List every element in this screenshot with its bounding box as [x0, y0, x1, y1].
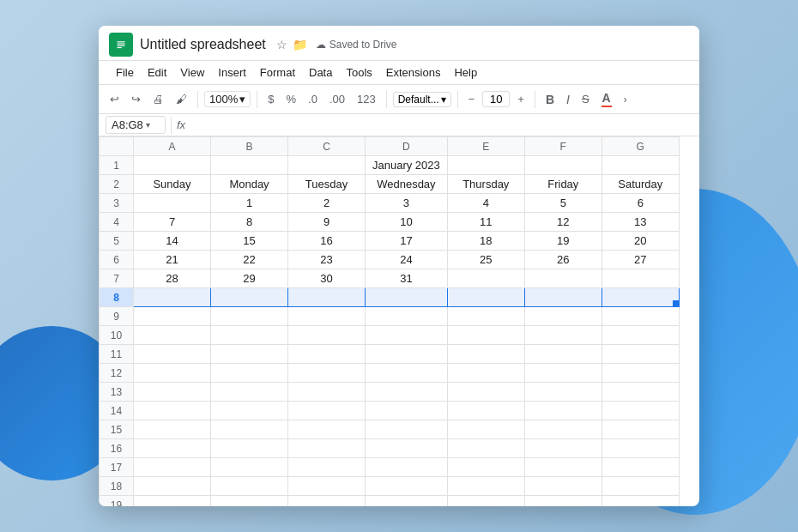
- cell-a7[interactable]: 28: [134, 269, 211, 288]
- col-header-b[interactable]: B: [211, 137, 288, 156]
- print-button[interactable]: 🖨: [148, 90, 168, 108]
- cell-e6[interactable]: 25: [447, 251, 524, 269]
- col-header-e[interactable]: E: [447, 137, 524, 156]
- cell-b7[interactable]: 29: [211, 269, 288, 288]
- italic-button[interactable]: I: [562, 90, 574, 109]
- cell-e1[interactable]: [447, 156, 524, 175]
- menu-view[interactable]: View: [173, 63, 211, 82]
- cell-f2[interactable]: Friday: [524, 175, 602, 194]
- decimal-inc-button[interactable]: .00: [325, 90, 349, 108]
- cell-a3[interactable]: [134, 194, 211, 213]
- star-icon[interactable]: ☆: [276, 38, 287, 51]
- cell-b3[interactable]: 1: [211, 194, 288, 213]
- cell-ref-dropdown-icon[interactable]: ▾: [146, 120, 150, 130]
- more-toolbar-button[interactable]: ›: [620, 90, 632, 108]
- col-header-d[interactable]: D: [366, 137, 448, 156]
- cell-a1[interactable]: [134, 156, 211, 175]
- selection-handle[interactable]: [673, 300, 680, 307]
- underline-button[interactable]: A: [597, 88, 616, 110]
- cell-d6[interactable]: 24: [366, 251, 448, 269]
- menu-format[interactable]: Format: [253, 63, 302, 82]
- menu-help[interactable]: Help: [447, 63, 484, 82]
- cell-b2[interactable]: Monday: [211, 175, 288, 194]
- cell-g5[interactable]: 20: [602, 232, 679, 251]
- strikethrough-button[interactable]: S: [577, 90, 594, 108]
- col-header-g[interactable]: G: [602, 137, 679, 156]
- cell-c7[interactable]: 30: [288, 269, 366, 288]
- cell-d2[interactable]: Wednesday: [366, 175, 448, 194]
- cell-b1[interactable]: [211, 156, 288, 175]
- cell-c6[interactable]: 23: [288, 251, 366, 269]
- cell-e4[interactable]: 11: [447, 213, 524, 232]
- cell-a8[interactable]: [134, 288, 211, 307]
- grid-container[interactable]: A B C D E F G 1 January 2023: [99, 136, 699, 506]
- cell-c5[interactable]: 16: [288, 232, 366, 251]
- cell-a2[interactable]: Sunday: [134, 175, 211, 194]
- col-header-f[interactable]: F: [524, 137, 602, 156]
- cell-e7[interactable]: [447, 269, 524, 288]
- zoom-selector[interactable]: 100% ▾: [204, 91, 251, 107]
- cell-f5[interactable]: 19: [524, 232, 602, 251]
- cell-c4[interactable]: 9: [288, 213, 366, 232]
- cell-g8[interactable]: [602, 288, 679, 307]
- cell-e5[interactable]: 18: [447, 232, 524, 251]
- menu-data[interactable]: Data: [302, 63, 339, 82]
- cell-reference-box[interactable]: A8:G8 ▾: [106, 116, 166, 134]
- row-num-17: 17: [100, 458, 134, 477]
- menu-tools[interactable]: Tools: [339, 63, 378, 82]
- cell-d1[interactable]: January 2023: [366, 156, 448, 175]
- formula-input[interactable]: [190, 118, 692, 131]
- cell-d5[interactable]: 17: [366, 232, 448, 251]
- cell-c2[interactable]: Tuesday: [288, 175, 366, 194]
- cell-g7[interactable]: [602, 269, 679, 288]
- folder-icon[interactable]: 📁: [293, 38, 307, 51]
- cell-e3[interactable]: 4: [447, 194, 524, 213]
- cell-g1[interactable]: [602, 156, 679, 175]
- cell-e8[interactable]: [447, 288, 524, 307]
- percent-button[interactable]: %: [281, 90, 300, 108]
- cell-e2[interactable]: Thursday: [447, 175, 524, 194]
- cell-f6[interactable]: 26: [524, 251, 602, 269]
- cell-f1[interactable]: [524, 156, 602, 175]
- cell-g6[interactable]: 27: [602, 251, 679, 269]
- currency-button[interactable]: $: [263, 90, 278, 108]
- decimal-dec-button[interactable]: .0: [304, 90, 322, 108]
- cell-g3[interactable]: 6: [602, 194, 679, 213]
- cell-d8[interactable]: [366, 288, 448, 307]
- bold-button[interactable]: B: [541, 90, 559, 109]
- cell-c3[interactable]: 2: [288, 194, 366, 213]
- cell-b4[interactable]: 8: [211, 213, 288, 232]
- cell-b5[interactable]: 15: [211, 232, 288, 251]
- font-size-decrease-button[interactable]: −: [464, 90, 480, 108]
- cell-c8[interactable]: [288, 288, 366, 307]
- cell-a4[interactable]: 7: [134, 213, 211, 232]
- format-number-button[interactable]: 123: [353, 90, 380, 108]
- menu-file[interactable]: File: [109, 63, 141, 82]
- cell-a9[interactable]: [134, 307, 211, 326]
- cell-f4[interactable]: 12: [524, 213, 602, 232]
- font-size-box[interactable]: 10: [482, 91, 510, 107]
- col-header-a[interactable]: A: [134, 137, 211, 156]
- cell-c1[interactable]: [288, 156, 366, 175]
- col-header-c[interactable]: C: [288, 137, 366, 156]
- cell-f7[interactable]: [524, 269, 602, 288]
- menu-insert[interactable]: Insert: [211, 63, 253, 82]
- cell-a5[interactable]: 14: [134, 232, 211, 251]
- paint-format-button[interactable]: 🖌: [172, 90, 191, 108]
- undo-button[interactable]: ↩: [106, 90, 124, 108]
- font-size-increase-button[interactable]: +: [513, 90, 529, 108]
- font-selector[interactable]: Default... ▾: [393, 92, 451, 107]
- cell-b8[interactable]: [211, 288, 288, 307]
- redo-button[interactable]: ↪: [127, 90, 145, 108]
- cell-d7[interactable]: 31: [366, 269, 448, 288]
- cell-d4[interactable]: 10: [366, 213, 448, 232]
- cell-a6[interactable]: 21: [134, 251, 211, 269]
- menu-extensions[interactable]: Extensions: [379, 63, 448, 82]
- cell-g2[interactable]: Saturday: [602, 175, 679, 194]
- cell-g4[interactable]: 13: [602, 213, 679, 232]
- cell-f8[interactable]: [524, 288, 602, 307]
- menu-edit[interactable]: Edit: [141, 63, 173, 82]
- cell-d3[interactable]: 3: [366, 194, 448, 213]
- cell-f3[interactable]: 5: [524, 194, 602, 213]
- cell-b6[interactable]: 22: [211, 251, 288, 269]
